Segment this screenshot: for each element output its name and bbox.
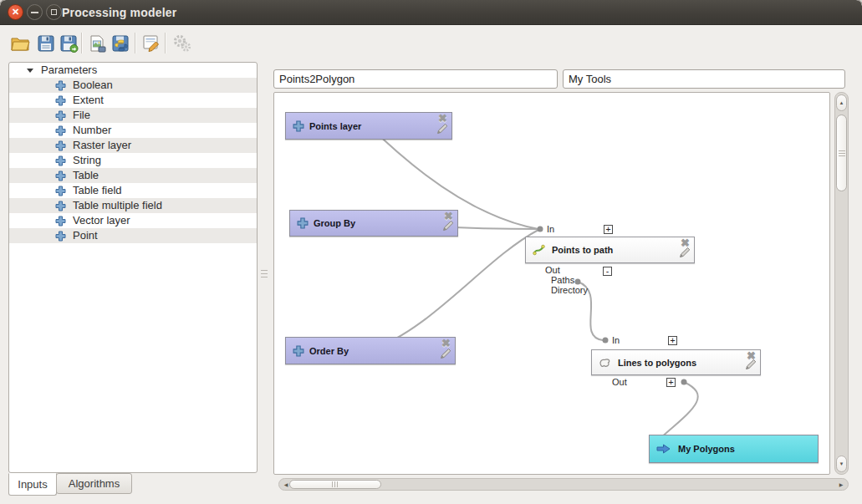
expand-inputs-toggle[interactable]: + [604,225,613,234]
tree-item-table-field[interactable]: Table field [9,183,257,198]
scroll-up-icon: ▲ [839,100,844,105]
panel-splitter-handle[interactable] [261,270,268,280]
tree-item-label: Table [73,168,99,183]
scroll-up-button[interactable]: ▲ [836,94,847,111]
tree-root-parameters[interactable]: Parameters [9,63,257,78]
lines-to-polygons-icon [599,357,612,369]
node-my-polygons[interactable]: My Polygons [649,435,819,463]
save-model-button[interactable] [34,32,58,55]
maximize-button[interactable] [46,4,62,20]
tree-item-label: Raster layer [73,138,131,153]
tree-item-string[interactable]: String [9,153,257,168]
scroll-left-icon: ◀ [284,481,288,487]
tree-item-number[interactable]: Number [9,123,257,138]
titlebar[interactable]: ✕ Processing modeler [0,0,862,25]
node-label: Group By [314,211,355,236]
tree-item-file[interactable]: File [9,108,257,123]
node-group-by[interactable]: Group By ✖ [289,210,458,237]
maximize-icon [51,9,57,15]
node-label: Points layer [309,113,361,139]
node-lines-to-polygons[interactable]: Lines to polygons ✖ [591,349,761,375]
add-parameter-icon [55,155,66,166]
run-model-button[interactable] [171,32,194,55]
tree-item-label: Extent [73,93,104,108]
open-model-button[interactable] [8,32,32,55]
export-as-python-button[interactable] [110,32,133,55]
export-image-icon [89,35,107,53]
add-parameter-icon [55,95,66,106]
port-dot [538,227,543,232]
tree-item-label: Table multiple field [73,198,162,213]
plus-icon [297,217,309,229]
edit-node-icon[interactable] [436,123,448,138]
tree-root-label: Parameters [41,63,97,78]
minimize-button[interactable] [27,4,43,20]
save-model-as-button[interactable] [58,32,81,55]
expand-triangle-icon[interactable] [27,69,33,73]
add-parameter-icon [55,186,66,196]
edit-model-help-button[interactable] [140,32,163,55]
node-label: My Polygons [678,435,735,462]
scroll-down-button[interactable]: ▼ [836,456,847,472]
folder-open-icon [11,35,30,52]
node-points-layer[interactable]: Points layer ✖ [285,112,452,140]
floppy-save-as-icon [60,35,79,53]
node-label: Points to path [552,237,613,262]
node-points-to-path[interactable]: Points to path ✖ [525,237,695,263]
tree-item-boolean[interactable]: Boolean [9,78,257,93]
toolbar-separator [165,33,166,53]
tab-algorithms[interactable]: Algorithms [56,473,132,494]
tree-item-vector-layer[interactable]: Vector layer [9,213,257,228]
scroll-right-button[interactable]: ▶ [836,480,846,489]
tree-item-label: Point [73,228,98,243]
collapse-outputs-toggle[interactable]: - [603,267,612,276]
edit-node-icon[interactable] [440,348,451,363]
canvas-horizontal-scrollbar[interactable]: ◀ ▶ [278,478,849,491]
tree-item-table[interactable]: Table [9,168,257,183]
tree-item-point[interactable]: Point [9,228,257,243]
tree-item-raster-layer[interactable]: Raster layer [9,138,257,153]
thumb-grip [839,150,845,156]
add-parameter-icon [55,80,66,91]
add-parameter-icon [55,125,66,136]
tree-item-label: Number [73,123,111,138]
export-as-image-button[interactable] [86,32,110,55]
horizontal-scrollbar-thumb[interactable] [289,480,381,489]
tab-inputs[interactable]: Inputs [8,473,57,496]
edit-node-icon[interactable] [679,247,691,262]
vertical-scrollbar-thumb[interactable] [836,115,847,191]
model-group-input[interactable] [563,69,845,89]
scroll-right-icon: ▶ [839,481,844,487]
edit-node-icon[interactable] [442,220,454,235]
out-port-label: Out [545,265,560,275]
tree-item-label: Table field [73,183,122,198]
in-port-label: In [547,224,554,234]
edge-out-to-my-polygons [660,382,698,439]
minimize-icon [31,12,38,13]
node-order-by[interactable]: Order By ✖ [285,337,456,364]
edit-node-icon[interactable] [745,359,757,374]
out-port-label: Out [612,377,627,387]
tree-item-label: Vector layer [73,213,130,228]
node-label: Order By [309,338,349,364]
tree-item-table-multiple-field[interactable]: Table multiple field [9,198,257,213]
gears-icon [172,34,192,53]
close-icon: ✕ [12,7,19,18]
model-canvas[interactable]: Points layer ✖ Group By ✖ Order By ✖ In … [273,92,830,475]
port-dot [681,379,687,385]
tree-item-extent[interactable]: Extent [9,93,257,108]
expand-outputs-toggle[interactable]: + [666,378,676,387]
expand-inputs-toggle[interactable]: + [668,336,677,345]
model-name-input[interactable] [273,69,558,89]
output-arrow-icon [656,444,671,455]
plus-icon [293,120,304,132]
canvas-vertical-scrollbar[interactable]: ▲ ▼ [834,92,849,475]
export-python-icon [112,35,130,53]
add-parameter-icon [55,140,66,151]
points-to-path-icon [533,244,545,257]
window-title: Processing modeler [62,0,176,25]
close-button[interactable]: ✕ [8,4,23,20]
plus-icon [293,345,304,357]
node-label: Lines to polygons [618,350,696,374]
thumb-grip [332,481,339,487]
